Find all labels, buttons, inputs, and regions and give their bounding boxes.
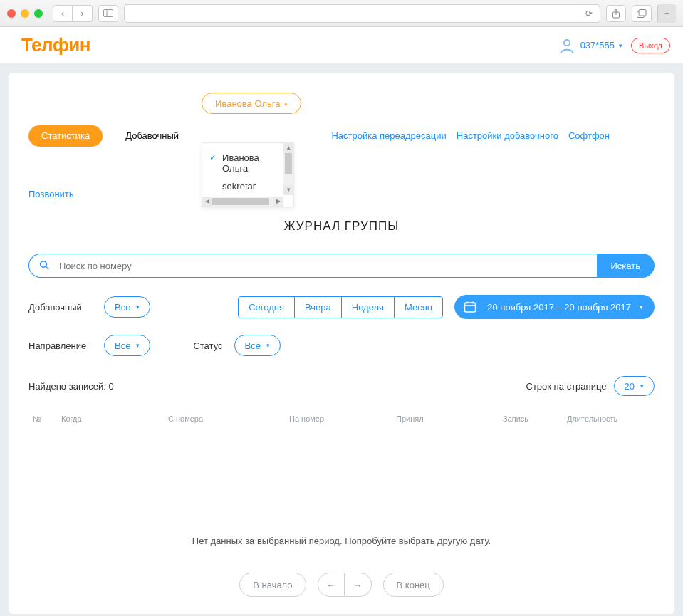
empty-state: Нет данных за выбранный период. Попробуй… xyxy=(28,536,655,546)
perpage-label: Строк на странице xyxy=(526,381,607,392)
search-input[interactable] xyxy=(59,261,587,271)
chevron-down-icon: ▾ xyxy=(640,382,644,390)
direction-filter-label: Направление xyxy=(28,340,93,351)
status-filter-select[interactable]: Все ▾ xyxy=(234,335,281,356)
user-select-dropdown[interactable]: Иванова Ольга ▴ xyxy=(202,93,301,114)
search-row: Искать xyxy=(28,254,655,278)
maximize-window-icon[interactable] xyxy=(34,9,43,18)
direction-filter-select[interactable]: Все ▾ xyxy=(104,335,150,356)
content-card: Статистика Добавочный Иванова Ольга ▴ Ив… xyxy=(9,73,674,614)
scrollbar-vertical[interactable]: ▲▼ xyxy=(283,143,293,195)
user-account-menu[interactable]: 037*555 ▾ xyxy=(558,36,622,55)
tab-extension[interactable]: Добавочный xyxy=(113,125,192,147)
svg-rect-8 xyxy=(465,303,476,312)
user-select-value: Иванова Ольга xyxy=(215,98,280,109)
date-range-picker[interactable]: 20 ноября 2017 – 20 ноября 2017 ▾ xyxy=(454,295,655,319)
logo: Телфин xyxy=(21,34,90,56)
col-when: Когда xyxy=(57,414,164,423)
link-forwarding-settings[interactable]: Настройка переадресации xyxy=(331,130,446,141)
extension-filter-select[interactable]: Все ▾ xyxy=(104,296,150,318)
logout-button[interactable]: Выход xyxy=(631,38,670,53)
search-button[interactable]: Искать xyxy=(597,254,655,278)
extension-filter-label: Добавочный xyxy=(28,302,93,313)
share-button[interactable] xyxy=(606,5,626,22)
status-filter-value: Все xyxy=(245,340,261,351)
extension-filter-value: Все xyxy=(115,302,130,313)
svg-line-7 xyxy=(46,266,48,269)
status-filter-label: Статус xyxy=(193,340,222,351)
svg-rect-0 xyxy=(104,10,113,17)
link-call[interactable]: Позвонить xyxy=(28,189,74,199)
link-softphone[interactable]: Софтфон xyxy=(568,130,610,141)
date-range-value: 20 ноября 2017 – 20 ноября 2017 xyxy=(487,302,631,313)
col-number: № xyxy=(28,414,57,423)
col-duration: Длительность xyxy=(563,414,655,423)
search-box xyxy=(28,254,597,278)
direction-filter-value: Все xyxy=(115,340,130,351)
svg-point-5 xyxy=(563,39,569,45)
search-icon xyxy=(39,260,49,272)
col-to: На номер xyxy=(285,414,392,423)
filter-row-1: Добавочный Все ▾ Сегодня Вчера Неделя Ме… xyxy=(28,295,655,319)
period-segmented: Сегодня Вчера Неделя Месяц xyxy=(238,296,443,318)
user-dropdown-panel: Иванова Ольга sekretar ▲▼ ◀▶ xyxy=(202,142,294,207)
pager-next[interactable]: → xyxy=(345,573,372,597)
tabs-button[interactable] xyxy=(632,5,652,22)
browser-chrome: ‹ › ⟳ + xyxy=(0,0,683,27)
app-header: Телфин 037*555 ▾ Выход xyxy=(0,27,683,64)
user-icon xyxy=(558,36,576,55)
results-count: Найдено записей: 0 xyxy=(28,381,114,392)
page-title: ЖУРНАЛ ГРУППЫ xyxy=(28,219,655,234)
chevron-down-icon: ▾ xyxy=(640,303,643,310)
close-window-icon[interactable] xyxy=(7,9,16,18)
scrollbar-horizontal[interactable]: ◀▶ xyxy=(202,197,283,207)
chevron-down-icon: ▾ xyxy=(136,342,140,349)
calendar-icon xyxy=(462,298,479,315)
filter-row-2: Направление Все ▾ Статус Все ▾ xyxy=(28,335,655,356)
pager-prev[interactable]: ← xyxy=(318,573,345,597)
period-today[interactable]: Сегодня xyxy=(239,297,294,318)
window-controls xyxy=(7,9,43,18)
perpage-select[interactable]: 20 ▾ xyxy=(614,376,655,396)
tabs-row: Статистика Добавочный Иванова Ольга ▴ Ив… xyxy=(28,93,655,199)
nav-buttons: ‹ › xyxy=(53,5,93,22)
pager-last[interactable]: В конец xyxy=(383,573,444,597)
new-tab-button[interactable]: + xyxy=(657,4,676,23)
pager: В начало ← → В конец xyxy=(9,573,674,597)
col-received: Принял xyxy=(392,414,499,423)
pager-first[interactable]: В начало xyxy=(239,573,306,597)
svg-rect-4 xyxy=(639,9,646,16)
user-account-label: 037*555 xyxy=(580,40,615,51)
chevron-down-icon: ▾ xyxy=(136,303,140,310)
perpage-value: 20 xyxy=(625,381,635,392)
url-bar[interactable]: ⟳ xyxy=(124,4,600,23)
user-option-ivanova[interactable]: Иванова Ольга xyxy=(202,149,283,177)
chevron-down-icon: ▾ xyxy=(619,42,622,49)
chevron-up-icon: ▴ xyxy=(284,100,288,107)
chevron-down-icon: ▾ xyxy=(266,342,270,349)
reload-icon[interactable]: ⟳ xyxy=(585,9,593,19)
period-month[interactable]: Месяц xyxy=(394,297,442,318)
svg-point-6 xyxy=(41,261,47,267)
col-record: Запись xyxy=(499,414,563,423)
back-button[interactable]: ‹ xyxy=(53,5,73,22)
period-week[interactable]: Неделя xyxy=(341,297,394,318)
tab-statistics[interactable]: Статистика xyxy=(28,125,103,147)
forward-button[interactable]: › xyxy=(73,5,93,22)
user-option-sekretar[interactable]: sekretar xyxy=(202,177,283,195)
col-from: С номера xyxy=(164,414,285,423)
results-row: Найдено записей: 0 Строк на странице 20 … xyxy=(28,376,655,396)
period-yesterday[interactable]: Вчера xyxy=(294,297,341,318)
table-header: № Когда С номера На номер Принял Запись … xyxy=(28,409,655,429)
minimize-window-icon[interactable] xyxy=(21,9,29,18)
link-extension-settings[interactable]: Настройки добавочного xyxy=(457,130,558,141)
sidebar-toggle-button[interactable] xyxy=(98,5,118,22)
